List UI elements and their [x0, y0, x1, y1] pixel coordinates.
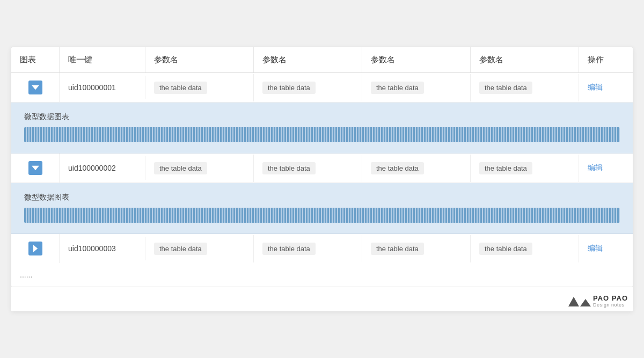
header-action: 操作 [579, 47, 633, 72]
logo-triangle-1 [568, 297, 579, 306]
table-row: uid100000002 the table data the table da… [11, 154, 633, 183]
expand-icon-2[interactable] [28, 161, 42, 175]
data-badge: the table data [479, 243, 532, 255]
row-group-3: uid100000003 the table data the table da… [11, 234, 633, 263]
data-badge: the table data [262, 82, 316, 94]
data-cell-1-1: the table data [145, 74, 254, 101]
header-param4: 参数名 [471, 47, 579, 72]
data-cell-1-3: the table data [362, 74, 471, 101]
data-cell-3-4: the table data [471, 235, 579, 262]
micro-chart-visual-1 [24, 127, 620, 142]
micro-chart-title-1: 微型数据图表 [24, 112, 620, 122]
logo-name: PAO PAO [593, 295, 628, 302]
uid-cell-2: uid100000002 [60, 156, 145, 180]
chevron-down-icon [32, 164, 39, 172]
edit-button-1[interactable]: 编辑 [588, 83, 603, 92]
table-header-row: 图表 唯一键 参数名 参数名 参数名 参数名 操作 [11, 47, 633, 73]
data-badge: the table data [262, 243, 316, 255]
uid-cell-3: uid100000003 [60, 237, 145, 260]
micro-chart-panel-1: 微型数据图表 [11, 103, 633, 154]
micro-chart-panel-2: 微型数据图表 [11, 183, 633, 234]
data-cell-3-1: the table data [145, 235, 254, 262]
data-badge: the table data [371, 243, 424, 255]
data-cell-1-4: the table data [471, 74, 579, 101]
logo-subtitle: Design notes [593, 303, 628, 308]
data-cell-2-1: the table data [145, 155, 254, 182]
action-cell-2[interactable]: 编辑 [579, 156, 633, 180]
footer: PAO PAO Design notes [11, 287, 633, 311]
data-cell-2-3: the table data [362, 155, 471, 182]
chart-toggle-cell[interactable] [11, 73, 60, 102]
uid-cell-1: uid100000001 [60, 76, 145, 99]
data-badge: the table data [371, 82, 424, 94]
logo-triangle-2 [580, 299, 591, 306]
data-cell-1-2: the table data [254, 74, 362, 101]
expand-icon-1[interactable] [28, 81, 42, 94]
row-group-1: uid100000001 the table data the table da… [11, 73, 633, 154]
row-group-2: uid100000002 the table data the table da… [11, 154, 633, 234]
svg-marker-0 [32, 85, 39, 90]
ellipsis-row: ...... [11, 263, 633, 287]
logo-area: PAO PAO Design notes [568, 295, 628, 308]
table-row: uid100000003 the table data the table da… [11, 234, 633, 263]
logo-shapes [568, 297, 591, 306]
action-cell-1[interactable]: 编辑 [579, 75, 633, 100]
edit-button-2[interactable]: 编辑 [588, 163, 603, 173]
main-container: 图表 唯一键 参数名 参数名 参数名 参数名 操作 uid100000001 t… [11, 47, 633, 311]
header-param2: 参数名 [254, 47, 362, 72]
data-badge: the table data [154, 82, 207, 94]
chevron-right-icon [32, 245, 39, 252]
data-table: 图表 唯一键 参数名 参数名 参数名 参数名 操作 uid100000001 t… [11, 47, 633, 287]
svg-marker-1 [32, 166, 39, 170]
data-cell-2-4: the table data [471, 155, 579, 182]
expand-icon-3[interactable] [28, 242, 42, 255]
data-badge: the table data [479, 82, 532, 94]
svg-marker-2 [33, 245, 37, 252]
header-param3: 参数名 [362, 47, 471, 72]
table-row: uid100000001 the table data the table da… [11, 73, 633, 103]
micro-chart-visual-2 [24, 208, 620, 223]
edit-button-3[interactable]: 编辑 [588, 244, 603, 253]
header-chart: 图表 [11, 47, 60, 72]
data-badge: the table data [154, 243, 207, 255]
data-badge: the table data [154, 162, 207, 174]
action-cell-3[interactable]: 编辑 [579, 236, 633, 261]
data-badge: the table data [371, 162, 424, 174]
data-cell-3-2: the table data [254, 235, 362, 262]
chart-toggle-cell[interactable] [11, 154, 60, 182]
data-cell-3-3: the table data [362, 235, 471, 262]
micro-chart-title-2: 微型数据图表 [24, 193, 620, 202]
chevron-down-icon [32, 84, 39, 91]
data-cell-2-2: the table data [254, 155, 362, 182]
logo-text: PAO PAO Design notes [593, 295, 628, 308]
header-uid: 唯一键 [60, 47, 145, 72]
chart-toggle-cell[interactable] [11, 234, 60, 263]
data-badge: the table data [479, 162, 532, 174]
data-badge: the table data [262, 162, 316, 174]
header-param1: 参数名 [145, 47, 254, 72]
